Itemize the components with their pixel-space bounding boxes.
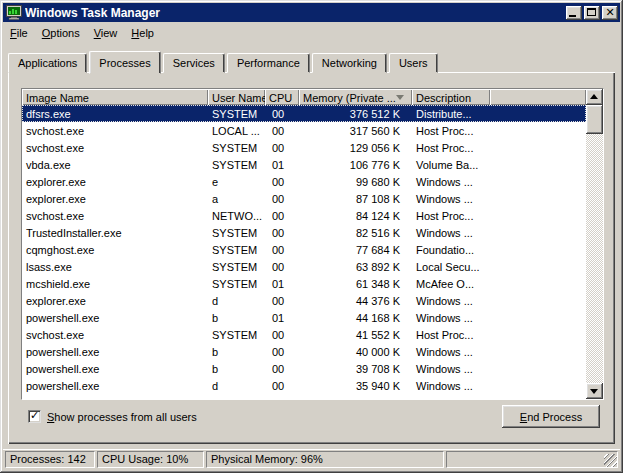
table-row[interactable]: powershell.exed0035 940 KWindows ... <box>22 377 586 394</box>
cell-memory: 87 108 K <box>299 193 412 205</box>
minimize-icon <box>569 15 576 17</box>
cell-cpu: 00 <box>265 295 299 307</box>
table-row[interactable]: dfsrs.exeSYSTEM00376 512 KDistribute... <box>22 105 586 122</box>
table-row[interactable]: cqmghost.exeSYSTEM0077 684 KFoundatio... <box>22 241 586 258</box>
cell-user: NETWO... <box>208 210 265 222</box>
cell-user: LOCAL ... <box>208 125 265 137</box>
cell-memory: 35 940 K <box>299 380 412 392</box>
cell-image: powershell.exe <box>22 363 208 375</box>
cell-user: b <box>208 346 265 358</box>
maximize-button[interactable] <box>584 6 600 20</box>
sort-descending-icon <box>396 95 404 100</box>
table-row[interactable]: svchost.exeNETWO...0084 124 KHost Proc..… <box>22 207 586 224</box>
menubar: File Options View Help <box>4 23 619 43</box>
cell-cpu: 00 <box>265 380 299 392</box>
cell-user: a <box>208 193 265 205</box>
table-row[interactable]: TrustedInstaller.exeSYSTEM0082 516 KWind… <box>22 224 586 241</box>
table-row[interactable]: lsass.exeSYSTEM0063 892 KLocal Secu... <box>22 258 586 275</box>
cell-image: svchost.exe <box>22 142 208 154</box>
scroll-down-button[interactable] <box>586 383 603 399</box>
menu-help[interactable]: Help <box>125 24 162 42</box>
titlebar[interactable]: Windows Task Manager ✕ <box>3 3 620 22</box>
tab-networking[interactable]: Networking <box>312 53 387 73</box>
end-process-button[interactable]: End Process <box>502 405 600 428</box>
cell-description: Host Proc... <box>412 142 490 154</box>
table-row[interactable]: explorer.exee0099 680 KWindows ... <box>22 173 586 190</box>
tab-processes[interactable]: Processes <box>89 51 160 74</box>
table-row[interactable]: explorer.exea0087 108 KWindows ... <box>22 190 586 207</box>
cell-cpu: 00 <box>265 346 299 358</box>
cell-memory: 84 124 K <box>299 210 412 222</box>
tab-users[interactable]: Users <box>389 53 438 73</box>
cell-image: svchost.exe <box>22 210 208 222</box>
cell-cpu: 01 <box>265 312 299 324</box>
scroll-down-icon <box>590 389 598 394</box>
menu-options[interactable]: Options <box>36 24 88 42</box>
cell-image: powershell.exe <box>22 380 208 392</box>
status-processes: Processes: 142 <box>5 451 95 468</box>
cell-memory: 41 552 K <box>299 329 412 341</box>
cell-description: Windows ... <box>412 295 490 307</box>
column-header-description[interactable]: Description <box>412 89 490 105</box>
window-title: Windows Task Manager <box>25 6 564 20</box>
column-header-memory[interactable]: Memory (Private ... <box>299 89 412 105</box>
cell-memory: 129 056 K <box>299 142 412 154</box>
table-row[interactable]: powershell.exeb0144 168 KWindows ... <box>22 309 586 326</box>
cell-description: Host Proc... <box>412 329 490 341</box>
column-header-memory-label: Memory (Private ... <box>303 92 396 104</box>
column-header-user-name[interactable]: User Name <box>208 89 265 105</box>
table-row[interactable]: mcshield.exeSYSTEM0161 348 KMcAfee O... <box>22 275 586 292</box>
cell-description: Windows ... <box>412 227 490 239</box>
cell-cpu: 01 <box>265 278 299 290</box>
cell-cpu: 00 <box>265 193 299 205</box>
cell-user: SYSTEM <box>208 108 265 120</box>
close-button[interactable]: ✕ <box>602 6 618 20</box>
tab-bar: Applications Processes Services Performa… <box>8 50 440 73</box>
column-header-cpu[interactable]: CPU <box>265 89 299 105</box>
cell-cpu: 00 <box>265 142 299 154</box>
maximize-icon <box>587 8 596 16</box>
status-filler <box>446 451 618 468</box>
cell-user: SYSTEM <box>208 261 265 273</box>
scroll-up-button[interactable] <box>586 89 603 105</box>
cell-description: McAfee O... <box>412 278 490 290</box>
show-all-users-label[interactable]: Show processes from all users <box>47 411 197 423</box>
table-row[interactable]: powershell.exeb0039 708 KWindows ... <box>22 360 586 377</box>
show-all-users-checkbox[interactable]: ✓ <box>28 410 41 423</box>
cell-image: mcshield.exe <box>22 278 208 290</box>
cell-image: svchost.exe <box>22 329 208 341</box>
tab-performance[interactable]: Performance <box>227 53 310 73</box>
cell-user: SYSTEM <box>208 227 265 239</box>
cell-image: explorer.exe <box>22 193 208 205</box>
scrollbar-thumb[interactable] <box>586 105 603 134</box>
cell-memory: 99 680 K <box>299 176 412 188</box>
table-row[interactable]: vbda.exeSYSTEM01106 776 KVolume Ba... <box>22 156 586 173</box>
tab-services[interactable]: Services <box>163 53 225 73</box>
table-row[interactable]: svchost.exeLOCAL ...00317 560 KHost Proc… <box>22 122 586 139</box>
column-header-image-name[interactable]: Image Name <box>22 89 208 105</box>
cell-image: cqmghost.exe <box>22 244 208 256</box>
cell-image: dfsrs.exe <box>22 108 208 120</box>
vertical-scrollbar[interactable] <box>586 89 603 399</box>
minimize-button[interactable] <box>566 6 582 20</box>
table-row[interactable]: explorer.exed0044 376 KWindows ... <box>22 292 586 309</box>
cell-memory: 44 376 K <box>299 295 412 307</box>
cell-image: powershell.exe <box>22 346 208 358</box>
cell-memory: 376 512 K <box>299 108 412 120</box>
cell-memory: 106 776 K <box>299 159 412 171</box>
cell-memory: 77 684 K <box>299 244 412 256</box>
menu-view[interactable]: View <box>88 24 126 42</box>
cell-user: SYSTEM <box>208 142 265 154</box>
cell-description: Volume Ba... <box>412 159 490 171</box>
show-all-users-row: ✓ Show processes from all users <box>28 410 197 423</box>
cell-user: d <box>208 295 265 307</box>
tab-applications[interactable]: Applications <box>8 53 87 73</box>
table-row[interactable]: svchost.exeSYSTEM0041 552 KHost Proc... <box>22 326 586 343</box>
cell-image: TrustedInstaller.exe <box>22 227 208 239</box>
resize-grip[interactable] <box>604 454 617 467</box>
table-row[interactable]: powershell.exeb0040 000 KWindows ... <box>22 343 586 360</box>
table-row[interactable]: svchost.exeSYSTEM00129 056 KHost Proc... <box>22 139 586 156</box>
scroll-up-icon <box>590 94 598 99</box>
task-manager-window: Windows Task Manager ✕ File Options View… <box>0 0 623 473</box>
menu-file[interactable]: File <box>4 24 36 42</box>
